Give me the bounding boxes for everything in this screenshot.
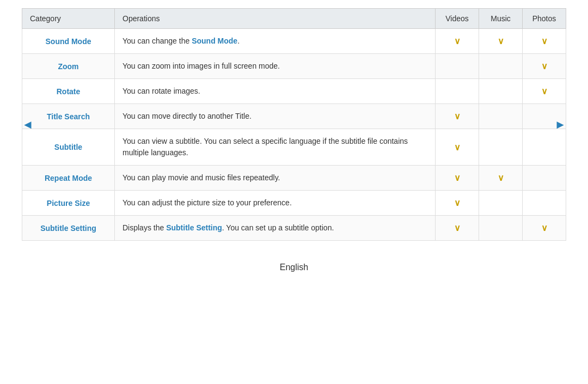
cell-photos — [523, 129, 566, 166]
cell-videos: ∨ — [436, 104, 479, 129]
cell-videos: ∨ — [436, 166, 479, 191]
cell-operations: Displays the Subtitle Setting. You can s… — [115, 216, 436, 241]
table-row: Subtitle SettingDisplays the Subtitle Se… — [22, 216, 566, 241]
cell-operations: You can move directly to another Title. — [115, 104, 436, 129]
left-arrow-icon: ◄ — [22, 118, 34, 131]
check-icon-photos: ∨ — [541, 223, 548, 233]
cell-category: Zoom — [22, 54, 115, 79]
operations-link[interactable]: Sound Mode — [192, 36, 237, 45]
cell-videos: ∨ — [436, 29, 479, 54]
check-icon-videos: ∨ — [454, 223, 461, 233]
check-icon-photos: ∨ — [541, 62, 548, 71]
right-arrow-icon: ► — [554, 118, 566, 131]
check-icon-photos: ∨ — [541, 87, 548, 96]
cell-category: Sound Mode — [22, 29, 115, 54]
cell-music — [479, 54, 523, 79]
check-icon-photos: ∨ — [541, 36, 548, 46]
cell-photos — [523, 191, 566, 216]
check-icon-videos: ∨ — [454, 143, 461, 152]
table-row: Sound ModeYou can change the Sound Mode.… — [22, 29, 566, 54]
check-icon-videos: ∨ — [454, 198, 461, 208]
cell-operations: You can zoom into images in full screen … — [115, 54, 436, 79]
col-header-photos: Photos — [523, 9, 566, 29]
cell-photos: ∨ — [523, 54, 566, 79]
page-container: ◄ ► Category Operations Videos Music Pho… — [0, 0, 588, 384]
cell-music — [479, 79, 523, 104]
cell-videos — [436, 79, 479, 104]
cell-videos: ∨ — [436, 129, 479, 166]
check-icon-videos: ∨ — [454, 36, 461, 46]
footer-language: English — [280, 263, 308, 272]
table-wrapper: ◄ ► Category Operations Videos Music Pho… — [22, 8, 566, 241]
table-row: Title SearchYou can move directly to ano… — [22, 104, 566, 129]
cell-photos: ∨ — [523, 29, 566, 54]
cell-videos: ∨ — [436, 191, 479, 216]
table-row: ZoomYou can zoom into images in full scr… — [22, 54, 566, 79]
table-header-row: Category Operations Videos Music Photos — [22, 9, 566, 29]
cell-photos: ∨ — [523, 79, 566, 104]
cell-category: Subtitle Setting — [22, 216, 115, 241]
cell-operations: You can view a subtitle. You can select … — [115, 129, 436, 166]
nav-arrow-right[interactable]: ► — [554, 118, 566, 132]
check-icon-videos: ∨ — [454, 112, 461, 121]
col-header-category: Category — [22, 9, 115, 29]
cell-music — [479, 216, 523, 241]
cell-music: ∨ — [479, 166, 523, 191]
table-row: RotateYou can rotate images.∨ — [22, 79, 566, 104]
cell-music — [479, 129, 523, 166]
cell-category: Subtitle — [22, 129, 115, 166]
check-icon-music: ∨ — [498, 36, 504, 46]
cell-photos — [523, 166, 566, 191]
cell-music — [479, 104, 523, 129]
check-icon-videos: ∨ — [454, 173, 461, 182]
cell-music — [479, 191, 523, 216]
cell-videos: ∨ — [436, 216, 479, 241]
cell-category: Title Search — [22, 104, 115, 129]
cell-category: Picture Size — [22, 191, 115, 216]
table-row: Picture SizeYou can adjust the picture s… — [22, 191, 566, 216]
check-icon-music: ∨ — [498, 173, 504, 182]
col-header-operations: Operations — [115, 9, 436, 29]
main-table: Category Operations Videos Music Photos … — [22, 8, 566, 241]
col-header-videos: Videos — [436, 9, 479, 29]
table-row: SubtitleYou can view a subtitle. You can… — [22, 129, 566, 166]
cell-videos — [436, 54, 479, 79]
col-header-music: Music — [479, 9, 523, 29]
cell-operations: You can adjust the picture size to your … — [115, 191, 436, 216]
cell-category: Rotate — [22, 79, 115, 104]
cell-photos: ∨ — [523, 216, 566, 241]
cell-operations: You can change the Sound Mode. — [115, 29, 436, 54]
operations-link[interactable]: Subtitle Setting — [166, 223, 222, 232]
table-row: Repeat ModeYou can play movie and music … — [22, 166, 566, 191]
cell-operations: You can rotate images. — [115, 79, 436, 104]
nav-arrow-left[interactable]: ◄ — [22, 118, 34, 132]
cell-music: ∨ — [479, 29, 523, 54]
cell-operations: You can play movie and music files repea… — [115, 166, 436, 191]
cell-category: Repeat Mode — [22, 166, 115, 191]
